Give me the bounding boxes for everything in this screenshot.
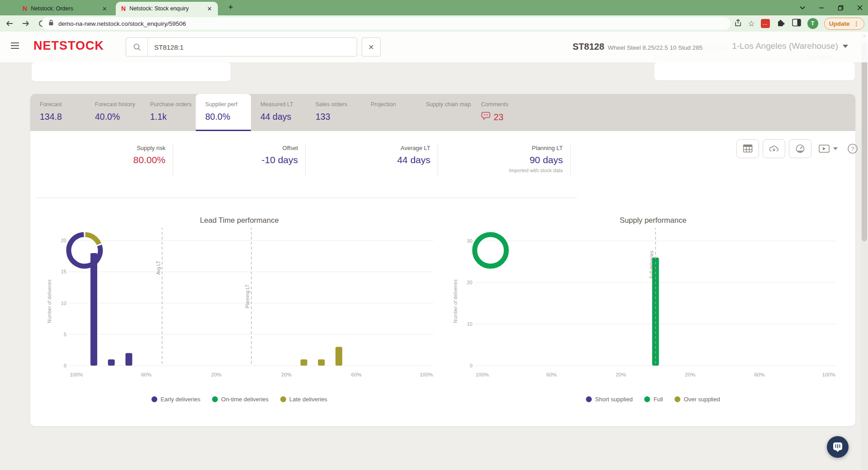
chevron-down-icon[interactable] xyxy=(800,6,805,9)
x-tick-label: 20% xyxy=(616,372,626,377)
tab-label: Measured LT xyxy=(260,101,306,108)
screen: N Netstock: Orders ✕ N Netstock: Stock e… xyxy=(0,0,868,470)
update-button[interactable]: Update⋮ xyxy=(824,18,864,30)
tab-value: 23 xyxy=(481,112,527,122)
tab-label: Supplier perf xyxy=(205,101,251,108)
x-tick-label: 100% xyxy=(420,372,433,377)
forward-button[interactable] xyxy=(19,17,33,30)
help-button[interactable]: ? xyxy=(847,143,859,155)
tab-label: Comments xyxy=(481,101,527,108)
legend-label: Short supplied xyxy=(595,396,632,403)
chart-title: Lead Time performance xyxy=(35,216,444,228)
item-info: ST8128Wheel Steel 8.25/22.5 10 Stud 285 xyxy=(573,42,703,52)
video-tutorial-button[interactable] xyxy=(819,144,840,154)
legend-item-late-deliveries[interactable]: Late deliveries xyxy=(280,396,327,403)
minimize-button[interactable] xyxy=(819,5,824,10)
new-tab-button[interactable]: + xyxy=(228,3,233,12)
tab-value: 133 xyxy=(316,112,361,122)
stats-row: Supply risk80.00%Offset-10 daysAverage L… xyxy=(41,145,571,177)
lead-time-chart-block: Lead Time performance 05101520100%60%20%… xyxy=(35,216,444,385)
search-icon[interactable] xyxy=(126,38,148,56)
y-tick-label: 20 xyxy=(467,280,472,285)
legend-label: Full xyxy=(653,396,663,403)
profile-avatar[interactable]: T xyxy=(807,18,818,29)
hamburger-menu-icon[interactable] xyxy=(11,42,19,51)
legend-item-on-time-deliveries[interactable]: On-time deliveries xyxy=(212,396,269,403)
scrollbar-thumb[interactable] xyxy=(862,42,867,241)
browser-tab-stock-enquiry[interactable]: N Netstock: Stock enquiry ✕ xyxy=(116,2,218,15)
bar-late-deliveries xyxy=(318,359,325,366)
legend-item-full[interactable]: Full xyxy=(644,396,663,403)
stat-offset: Offset-10 days xyxy=(173,145,306,177)
donut-late-deliveries xyxy=(85,235,99,244)
stat-label: Average LT xyxy=(306,145,430,151)
chart-toolbar: ? xyxy=(736,139,859,158)
adblock-extension-icon[interactable]: ... xyxy=(761,19,770,28)
clear-search-button[interactable]: ✕ xyxy=(362,38,381,56)
sidebar-icon[interactable] xyxy=(792,18,802,29)
legend-dot xyxy=(280,396,286,402)
tab-supply-chain-map[interactable]: Supply chain map xyxy=(416,94,472,131)
download-button[interactable] xyxy=(763,139,785,158)
x-tick-label: 20% xyxy=(281,372,292,377)
location-name: 1-Los Angeles (Warehouse) xyxy=(732,41,838,51)
tab-forecast[interactable]: Forecast134.8 xyxy=(30,94,85,131)
legend-item-early-deliveries[interactable]: Early deliveries xyxy=(151,396,200,403)
tab-label: Purchase orders xyxy=(150,101,196,108)
gauge-button[interactable] xyxy=(789,139,811,158)
kebab-menu-icon[interactable]: ⋮ xyxy=(854,20,860,27)
x-tick-label: 20% xyxy=(685,372,695,377)
search-input[interactable] xyxy=(148,43,357,51)
legend-dot xyxy=(586,396,592,402)
x-tick-label: 60% xyxy=(141,372,151,377)
tab-label: Projection xyxy=(371,101,416,108)
location-dropdown[interactable]: 1-Los Angeles (Warehouse) xyxy=(732,41,848,51)
browser-tab-orders[interactable]: N Netstock: Orders ✕ xyxy=(17,2,113,15)
restore-button[interactable] xyxy=(838,5,844,11)
y-tick-label: 30 xyxy=(467,238,472,244)
puzzle-extensions-icon[interactable] xyxy=(776,18,786,29)
y-tick-label: 0 xyxy=(470,363,472,368)
x-tick-label: 100% xyxy=(70,372,83,377)
netstock-favicon: N xyxy=(23,5,27,12)
stat-note: Imported with stock data xyxy=(438,168,563,173)
legend-dot xyxy=(151,396,157,402)
tab-measured-lt[interactable]: Measured LT44 days xyxy=(251,94,306,131)
chat-widget-button[interactable] xyxy=(827,436,849,458)
tab-projection[interactable]: Projection xyxy=(361,94,416,131)
legend-dot xyxy=(675,396,680,402)
close-tab-icon[interactable]: ✕ xyxy=(101,5,108,12)
stats-divider xyxy=(37,197,577,198)
chart-legend: Short suppliedFullOver supplied xyxy=(451,396,855,403)
back-button[interactable] xyxy=(3,17,16,30)
close-tab-icon[interactable]: ✕ xyxy=(206,5,213,12)
stat-supply-risk: Supply risk80.00% xyxy=(41,145,173,177)
tab-sales-orders[interactable]: Sales orders133 xyxy=(306,94,361,131)
reference-line-label: Avg LT xyxy=(156,261,161,275)
table-view-button[interactable] xyxy=(736,139,759,158)
tab-purchase-orders[interactable]: Purchase orders1.1k xyxy=(141,94,196,131)
share-icon[interactable] xyxy=(733,18,742,29)
tab-label: Forecast history xyxy=(95,101,141,108)
close-window-button[interactable] xyxy=(857,5,863,10)
tab-supplier-perf[interactable]: Supplier perf80.0% xyxy=(196,94,251,131)
bar-late-deliveries xyxy=(301,359,307,366)
chart-legend: Early deliveriesOn-time deliveriesLate d… xyxy=(35,396,444,403)
legend-item-over-supplied[interactable]: Over supplied xyxy=(675,396,720,403)
legend-item-short-supplied[interactable]: Short supplied xyxy=(586,396,632,403)
bar-early-deliveries xyxy=(108,359,115,366)
donut-full xyxy=(475,235,506,266)
tab-label: Sales orders xyxy=(316,101,361,108)
bookmark-star-icon[interactable]: ☆ xyxy=(748,19,755,28)
page-scrollbar[interactable] xyxy=(861,32,868,470)
chart-svg: 0102030100%60%20%20%60%100%Number of del… xyxy=(451,228,855,383)
tab-forecast-history[interactable]: Forecast history40.0% xyxy=(85,94,141,131)
tab-comments[interactable]: Comments23 xyxy=(472,94,527,131)
stat-value: 44 days xyxy=(306,155,430,165)
supply-chart-block: Supply performance 0102030100%60%20%20%6… xyxy=(451,216,855,385)
url-bar[interactable]: demo-na-new.netstock.co/stock_enquiry/59… xyxy=(42,17,731,30)
search-box xyxy=(126,38,357,56)
y-tick-label: 10 xyxy=(467,321,472,327)
stat-value: 90 days xyxy=(438,155,563,165)
x-tick-label: 60% xyxy=(351,372,362,377)
